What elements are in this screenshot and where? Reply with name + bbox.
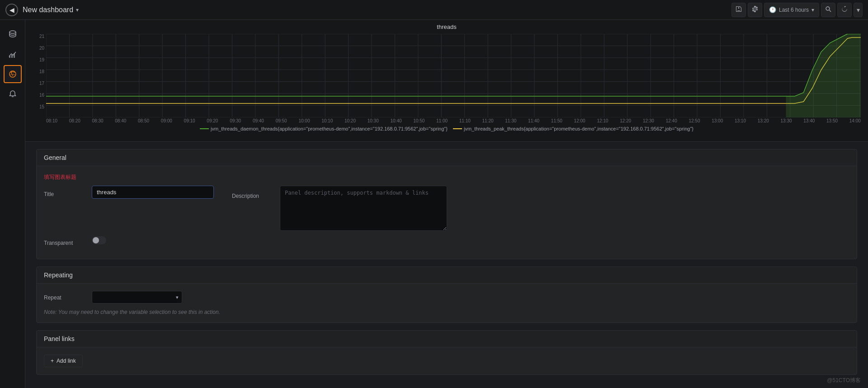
toggle-thumb [93,237,99,243]
watermark: @51CTO博客 [827,377,861,384]
dashboard-title-text: New dashboard [23,6,73,14]
spike-fill-green [786,34,861,117]
title-input[interactable] [92,186,214,199]
chart-legend: jvm_threads_daemon_threads{application="… [33,126,861,131]
refresh-dropdown-button[interactable]: ▾ [854,3,863,17]
right-content: threads 21 20 19 18 17 16 15 [25,20,868,388]
bell-icon [8,89,17,98]
svg-rect-3 [9,56,10,58]
transparent-toggle[interactable] [92,236,106,244]
repeat-select[interactable] [92,291,182,304]
back-button[interactable]: ◀ [5,4,18,16]
search-icon [825,6,831,14]
y-label-20: 20 [39,46,44,51]
y-label-19: 19 [39,57,44,62]
y-label-18: 18 [39,69,44,74]
svg-line-1 [830,10,831,12]
sidebar-item-chart[interactable] [4,45,22,63]
title-label: Title [44,187,85,197]
save-button[interactable] [731,3,746,17]
repeat-label: Repeat [44,291,85,301]
sidebar-item-db[interactable] [4,25,22,43]
repeating-section: Repeating Repeat Note: You may need to c… [36,266,857,323]
repeating-section-header: Repeating [37,267,857,284]
gear-icon [751,5,759,14]
top-header: ◀ New dashboard ▾ 🕐 Last 6 hours ▾ [0,0,868,20]
add-link-label: Add link [57,358,76,364]
svg-line-12 [14,75,15,75]
y-label-21: 21 [39,34,44,39]
db-icon [8,30,17,39]
svg-rect-4 [11,55,13,58]
add-link-button[interactable]: + Add link [44,355,83,367]
dashboard-title-chevron[interactable]: ▾ [76,7,79,13]
main-layout: threads 21 20 19 18 17 16 15 [0,20,868,388]
dashboard-title: New dashboard ▾ [23,6,79,14]
chevron-down-icon: ▾ [857,6,860,14]
refresh-icon [841,6,848,14]
svg-point-7 [12,75,13,76]
panel-links-section: Panel links + Add link [36,330,857,375]
sidebar [0,20,25,388]
chart-icon [8,50,17,59]
x-axis: 08:1008:2008:3008:4008:5009:0009:1009:20… [46,117,861,124]
refresh-button[interactable] [837,3,852,17]
clock-icon: 🕐 [769,6,776,13]
svg-point-2 [9,31,16,33]
toggle-track [92,236,106,244]
chart-area: threads 21 20 19 18 17 16 15 [25,20,868,142]
legend-line-daemon [200,128,209,129]
description-label: Description [232,189,273,199]
y-label-16: 16 [39,93,44,98]
save-icon [735,5,742,14]
time-range-button[interactable]: 🕐 Last 6 hours ▾ [764,3,819,17]
repeat-note: Note: You may need to change the variabl… [44,309,849,315]
general-section-header: General [37,150,857,166]
add-link-icon: + [51,358,54,364]
repeat-select-wrapper [92,291,182,304]
svg-rect-5 [14,53,15,58]
legend-label-peak: jvm_threads_peak_threads{application="pr… [464,126,693,131]
y-label-17: 17 [39,81,44,86]
svg-line-10 [14,72,14,73]
search-button[interactable] [821,3,835,17]
description-input[interactable] [280,186,447,231]
legend-line-peak [453,128,462,129]
daemon-threads-line [46,34,861,96]
panel-links-header: Panel links [37,331,857,347]
panel-editor: General 填写图表标题 Title Description [25,142,868,388]
settings-button[interactable] [748,3,762,17]
svg-line-11 [10,75,11,75]
transparent-label: Transparent [44,236,85,246]
general-section-body: 填写图表标题 Title Description [37,166,857,259]
header-actions: 🕐 Last 6 hours ▾ ▾ [731,3,863,17]
time-range-label: Last 6 hours [779,7,809,13]
time-range-chevron: ▾ [811,7,814,13]
legend-label-daemon: jvm_threads_daemon_threads{application="… [211,126,448,131]
svg-point-0 [826,7,830,10]
chart-svg [46,34,861,117]
alert-icon [8,70,17,79]
y-label-15: 15 [39,104,44,109]
svg-line-9 [11,72,11,73]
back-icon: ◀ [9,6,14,14]
legend-item-peak: jvm_threads_peak_threads{application="pr… [453,126,693,131]
chart-title: threads [33,23,861,30]
repeating-section-body: Repeat Note: You may need to change the … [37,284,857,323]
validation-message: 填写图表标题 [44,173,849,181]
legend-item-daemon: jvm_threads_daemon_threads{application="… [200,126,448,131]
sidebar-item-bell[interactable] [4,85,22,103]
general-section: General 填写图表标题 Title Description [36,149,857,259]
sidebar-item-alert[interactable] [4,65,22,83]
panel-links-body: + Add link [37,347,857,374]
